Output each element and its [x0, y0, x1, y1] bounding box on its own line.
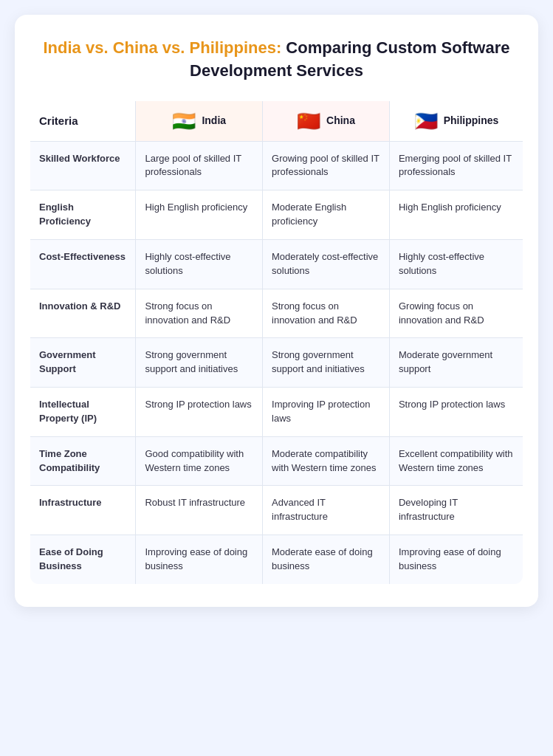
- table-row: InfrastructureRobust IT infrastructureAd…: [30, 486, 523, 535]
- philippines-cell: Improving ease of doing business: [389, 535, 523, 585]
- philippines-cell: Highly cost-effective solutions: [389, 239, 523, 289]
- china-cell: Strong focus on innovation and R&D: [263, 289, 390, 338]
- table-row: Ease of Doing BusinessImproving ease of …: [30, 535, 523, 585]
- india-cell: Large pool of skilled IT professionals: [136, 141, 263, 190]
- comparison-table: Criteria 🇮🇳 India 🇨🇳 China 🇵🇭: [30, 100, 523, 585]
- comparison-card: India vs. China vs. Philippines: Compari…: [15, 15, 538, 607]
- table-row: Innovation & R&DStrong focus on innovati…: [30, 289, 523, 338]
- criteria-cell: Ease of Doing Business: [30, 535, 136, 585]
- criteria-cell: Government Support: [30, 338, 136, 388]
- table-row: Cost-EffectivenessHighly cost-effective …: [30, 239, 523, 289]
- china-cell: Moderately cost-effective solutions: [263, 239, 390, 289]
- philippines-cell: Developing IT infrastructure: [389, 486, 523, 535]
- india-cell: Strong IP protection laws: [136, 388, 263, 437]
- india-cell: Strong focus on innovation and R&D: [136, 289, 263, 338]
- philippines-cell: High English proficiency: [389, 190, 523, 240]
- india-cell: Good compatibility with Western time zon…: [136, 436, 263, 486]
- india-cell: Improving ease of doing business: [136, 535, 263, 585]
- philippines-flag: 🇵🇭: [414, 111, 438, 131]
- philippines-cell: Excellent compatibility with Western tim…: [389, 436, 523, 486]
- table-row: Intellectual Property (IP)Strong IP prot…: [30, 388, 523, 437]
- philippines-cell: Strong IP protection laws: [389, 388, 523, 437]
- philippines-cell: Growing focus on innovation and R&D: [389, 289, 523, 338]
- philippines-cell: Moderate government support: [389, 338, 523, 388]
- title-highlight: India vs. China vs. Philippines:: [44, 38, 282, 57]
- philippines-cell: Emerging pool of skilled IT professional…: [389, 141, 523, 190]
- china-flag: 🇨🇳: [297, 111, 320, 131]
- criteria-cell: Cost-Effectiveness: [30, 239, 136, 289]
- criteria-cell: Intellectual Property (IP): [30, 388, 136, 437]
- criteria-cell: Innovation & R&D: [30, 289, 136, 338]
- header-criteria: Criteria: [30, 100, 136, 141]
- header-china: 🇨🇳 China: [263, 100, 390, 141]
- china-cell: Moderate compatibility with Western time…: [263, 436, 390, 486]
- table-row: Time Zone CompatibilityGood compatibilit…: [30, 436, 523, 486]
- china-cell: Growing pool of skilled IT professionals: [263, 141, 390, 190]
- india-cell: Robust IT infrastructure: [136, 486, 263, 535]
- criteria-cell: Skilled Workforce: [30, 141, 136, 190]
- criteria-cell: English Proficiency: [30, 190, 136, 240]
- table-row: Government SupportStrong government supp…: [30, 338, 523, 388]
- india-cell: Strong government support and initiative…: [136, 338, 263, 388]
- china-name: China: [326, 113, 355, 128]
- table-row: Skilled WorkforceLarge pool of skilled I…: [30, 141, 523, 190]
- header-india: 🇮🇳 India: [136, 100, 263, 141]
- india-name: India: [202, 113, 226, 128]
- criteria-cell: Infrastructure: [30, 486, 136, 535]
- china-cell: Moderate English proficiency: [263, 190, 390, 240]
- china-cell: Strong government support and initiative…: [263, 338, 390, 388]
- header-philippines: 🇵🇭 Philippines: [389, 100, 523, 141]
- china-cell: Advanced IT infrastructure: [263, 486, 390, 535]
- china-cell: Improving IP protection laws: [263, 388, 390, 437]
- page-title: India vs. China vs. Philippines: Compari…: [30, 37, 523, 83]
- india-flag: 🇮🇳: [172, 111, 196, 131]
- china-cell: Moderate ease of doing business: [263, 535, 390, 585]
- criteria-cell: Time Zone Compatibility: [30, 436, 136, 486]
- india-cell: High English proficiency: [136, 190, 263, 240]
- table-row: English ProficiencyHigh English proficie…: [30, 190, 523, 240]
- india-cell: Highly cost-effective solutions: [136, 239, 263, 289]
- philippines-name: Philippines: [444, 113, 499, 128]
